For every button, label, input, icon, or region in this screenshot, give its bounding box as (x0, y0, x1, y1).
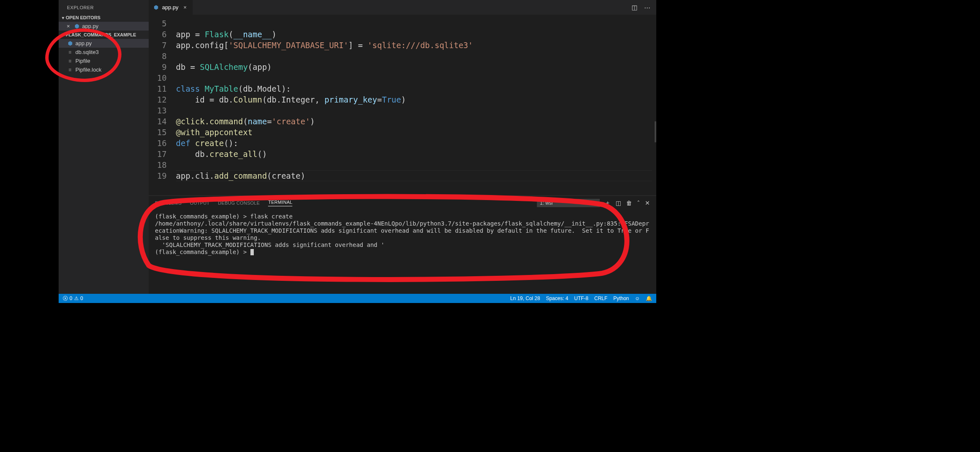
code-line[interactable] (176, 105, 656, 116)
code-line[interactable] (176, 159, 656, 170)
terminal-body[interactable]: (flask_commands_example) > flask create … (149, 210, 656, 294)
line-number: 5 (149, 18, 167, 29)
code-line[interactable]: @with_appcontext (176, 127, 656, 138)
line-number: 7 (149, 40, 167, 51)
tab-app-py[interactable]: ⬢ app.py × (149, 0, 193, 15)
code-line[interactable] (176, 72, 656, 83)
close-icon[interactable]: × (182, 4, 188, 10)
terminal-select[interactable]: 1: wsl ▾ (537, 199, 600, 207)
more-icon[interactable]: ⋯ (644, 4, 650, 11)
maximize-panel-icon[interactable]: ˄ (637, 200, 640, 206)
feedback-icon[interactable]: ☺ (635, 295, 640, 301)
status-encoding[interactable]: UTF-8 (574, 295, 588, 301)
chevron-down-icon: ▾ (62, 33, 64, 37)
code-line[interactable]: id = db.Column(db.Integer, primary_key=T… (176, 94, 656, 105)
panel-tabs: PROBLEMS OUTPUT DEBUG CONSOLE TERMINAL 1… (149, 196, 656, 210)
file-label: app.py (75, 40, 92, 46)
minimap-thumb[interactable] (655, 121, 656, 142)
tab-problems[interactable]: PROBLEMS (155, 200, 182, 205)
file-icon: ≡ (67, 58, 73, 64)
tab-actions: ◫ ⋯ (632, 0, 656, 15)
file-item[interactable]: ≡db.sqlite3 (59, 48, 149, 56)
file-label: db.sqlite3 (75, 49, 99, 55)
workspace-header[interactable]: ▾ FLASK_COMMANDS_EXAMPLE (59, 31, 149, 39)
line-number: 15 (149, 127, 167, 138)
file-item[interactable]: ≡Pipfile.lock (59, 65, 149, 74)
line-number: 19 (149, 170, 167, 181)
code-line[interactable] (176, 51, 656, 62)
code-line[interactable]: app = Flask(__name__) (176, 29, 656, 40)
code-line[interactable]: db = SQLAlchemy(app) (176, 62, 656, 72)
terminal-cursor (250, 249, 254, 255)
minimap[interactable] (652, 15, 656, 195)
file-label: Pipfile.lock (75, 67, 101, 73)
error-count: 0 (70, 295, 72, 301)
line-number: 8 (149, 51, 167, 62)
status-spaces[interactable]: Spaces: 4 (546, 295, 568, 301)
code-content[interactable]: app = Flask(__name__)app.config['SQLALCH… (176, 15, 656, 195)
tab-terminal[interactable]: TERMINAL (268, 200, 292, 206)
new-terminal-icon[interactable]: ＋ (605, 199, 611, 207)
line-number: 18 (149, 159, 167, 170)
sidebar-title: EXPLORER (59, 0, 149, 13)
chevron-down-icon: ▾ (62, 15, 64, 20)
file-icon: ≡ (67, 49, 73, 55)
split-editor-icon[interactable]: ◫ (632, 4, 637, 11)
error-icon: ⓧ (63, 295, 68, 302)
file-label: app.py (82, 23, 98, 29)
line-number: 13 (149, 105, 167, 116)
file-item[interactable]: ⬢app.py (59, 39, 149, 48)
tab-bar: ⬢ app.py × ◫ ⋯ (149, 0, 656, 15)
line-number: 10 (149, 72, 167, 83)
line-number: 9 (149, 62, 167, 72)
workspace-label: FLASK_COMMANDS_EXAMPLE (66, 32, 136, 37)
python-icon: ⬢ (153, 4, 159, 10)
code-line[interactable] (176, 18, 656, 29)
warning-icon: ⚠ (74, 295, 79, 301)
close-panel-icon[interactable]: ✕ (645, 200, 650, 206)
close-icon[interactable]: × (65, 23, 71, 29)
trash-icon[interactable]: 🗑 (626, 200, 632, 206)
code-line[interactable]: app.cli.add_command(create) (176, 170, 656, 181)
line-number: 14 (149, 116, 167, 127)
explorer-sidebar: EXPLORER ▾ OPEN EDITORS ×⬢app.py ▾ FLASK… (59, 0, 149, 294)
code-line[interactable]: db.create_all() (176, 149, 656, 159)
line-number: 16 (149, 138, 167, 149)
open-editors-label: OPEN EDITORS (66, 15, 101, 20)
status-cursor[interactable]: Ln 19, Col 28 (510, 295, 540, 301)
tab-output[interactable]: OUTPUT (190, 200, 210, 205)
tab-filename: app.py (162, 4, 178, 10)
terminal-output: (flask_commands_example) > flask create … (155, 213, 649, 255)
status-errors[interactable]: ⓧ 0 ⚠ 0 (63, 295, 83, 302)
line-number: 6 (149, 29, 167, 40)
line-number: 11 (149, 83, 167, 94)
file-label: Pipfile (75, 58, 90, 64)
warning-count: 0 (80, 295, 83, 301)
file-icon: ≡ (67, 67, 73, 73)
python-icon: ⬢ (74, 23, 80, 29)
code-line[interactable]: def create(): (176, 138, 656, 149)
terminal-select-label: 1: wsl (540, 200, 553, 206)
editor-area: ⬢ app.py × ◫ ⋯ 5678910111213141516171819… (149, 0, 656, 294)
file-item[interactable]: ≡Pipfile (59, 56, 149, 65)
chevron-down-icon: ▾ (594, 200, 597, 206)
split-terminal-icon[interactable]: ◫ (616, 200, 621, 206)
open-editor-item[interactable]: ×⬢app.py (59, 22, 149, 31)
status-eol[interactable]: CRLF (594, 295, 607, 301)
bell-icon[interactable]: 🔔 (646, 295, 652, 301)
python-icon: ⬢ (67, 40, 73, 46)
line-number: 12 (149, 94, 167, 105)
code-editor[interactable]: 5678910111213141516171819 app = Flask(__… (149, 15, 656, 195)
status-language[interactable]: Python (613, 295, 629, 301)
line-number: 17 (149, 149, 167, 159)
line-gutter: 5678910111213141516171819 (149, 15, 176, 195)
workbench: EXPLORER ▾ OPEN EDITORS ×⬢app.py ▾ FLASK… (59, 0, 656, 294)
open-editors-header[interactable]: ▾ OPEN EDITORS (59, 13, 149, 22)
tab-debug-console[interactable]: DEBUG CONSOLE (218, 200, 260, 205)
bottom-panel: PROBLEMS OUTPUT DEBUG CONSOLE TERMINAL 1… (149, 195, 656, 294)
code-line[interactable]: app.config['SQLALCHEMY_DATABASE_URI'] = … (176, 40, 656, 51)
code-line[interactable]: class MyTable(db.Model): (176, 83, 656, 94)
code-line[interactable]: @click.command(name='create') (176, 116, 656, 127)
status-bar: ⓧ 0 ⚠ 0 Ln 19, Col 28 Spaces: 4 UTF-8 CR… (59, 294, 656, 303)
